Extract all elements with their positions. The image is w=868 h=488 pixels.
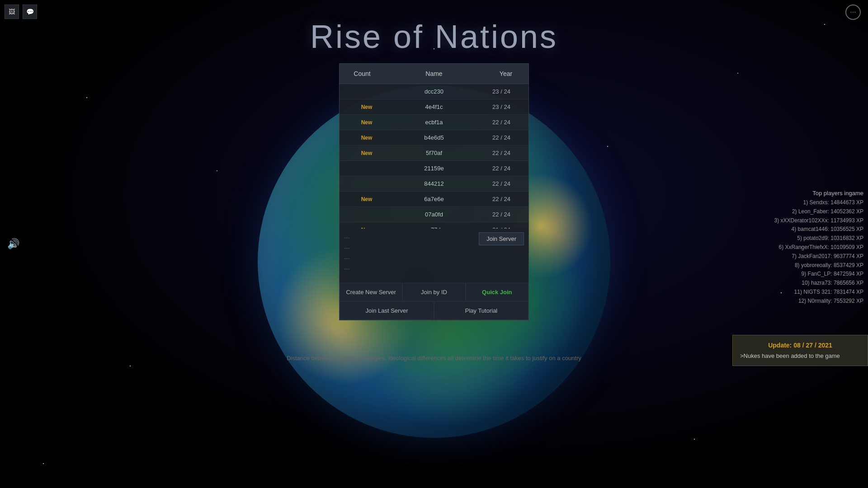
action-buttons-row2: Join Last Server Play Tutorial xyxy=(340,301,528,320)
row-badge: New xyxy=(344,104,389,110)
player-entry: 6) XxRangerThiefxX: 10109509 XP xyxy=(741,243,863,252)
row-badge: . xyxy=(344,165,389,172)
top-players-list: 1) Sendxs: 14844673 XP2) Leon_Faber: 140… xyxy=(741,198,863,306)
row-badge: New xyxy=(344,150,389,156)
table-header: Count Name Year xyxy=(340,64,528,84)
row-id: 6a7e6e xyxy=(389,196,479,202)
table-row[interactable]: New 4e4f1c 23 / 24 xyxy=(340,99,528,115)
game-title: Rise of Nations xyxy=(310,18,558,55)
row-count: 23 / 24 xyxy=(479,103,524,110)
header-year: Year xyxy=(483,64,528,84)
update-title: Update: 08 / 27 / 2021 xyxy=(740,342,860,349)
row-badge: New xyxy=(344,135,389,141)
row-count: 22 / 24 xyxy=(479,134,524,141)
table-row[interactable]: New ca77dc 21 / 24 xyxy=(340,222,528,229)
row-id: 4e4f1c xyxy=(389,103,479,110)
player-entry: 12) N0rmality: 7553292 XP xyxy=(741,297,863,306)
server-browser-panel: Count Name Year . dcc230 23 / 24 New 4e4… xyxy=(339,63,529,320)
row-id: dcc230 xyxy=(389,88,479,95)
player-entry: 5) potato2d9: 10316832 XP xyxy=(741,234,863,243)
player-entry: 10) hazra73: 7865656 XP xyxy=(741,279,863,288)
row-badge: New xyxy=(344,119,389,126)
player-entry: 1) Sendxs: 14844673 XP xyxy=(741,198,863,207)
server-list[interactable]: . dcc230 23 / 24 New 4e4f1c 23 / 24 New … xyxy=(340,84,528,229)
play-tutorial-button[interactable]: Play Tutorial xyxy=(434,301,528,320)
dash-3: --- xyxy=(344,253,524,263)
create-new-server-button[interactable]: Create New Server xyxy=(340,283,402,301)
home-icon[interactable]: 🖼 xyxy=(5,5,19,19)
row-count: 22 / 24 xyxy=(479,165,524,172)
chat-icon[interactable]: 💬 xyxy=(23,5,37,19)
row-id: ecbf1a xyxy=(389,119,479,126)
row-count: 22 / 24 xyxy=(479,150,524,156)
player-entry: 9) FanC_LP: 8472594 XP xyxy=(741,270,863,279)
table-row[interactable]: . 844212 22 / 24 xyxy=(340,176,528,192)
dash-4: --- xyxy=(344,263,524,274)
volume-icon[interactable]: 🔊 xyxy=(7,238,19,250)
player-entry: 4) bamcat1446: 10356525 XP xyxy=(741,225,863,234)
quick-join-button[interactable]: Quick Join xyxy=(466,283,528,301)
row-count: 22 / 24 xyxy=(479,196,524,202)
update-content: >Nukes have been added to the game xyxy=(740,352,860,359)
row-badge: . xyxy=(344,89,389,95)
player-entry: 2) Leon_Faber: 14052362 XP xyxy=(741,207,863,216)
row-count: 22 / 24 xyxy=(479,211,524,218)
top-players-title: Top players ingame xyxy=(741,190,863,197)
row-badge: . xyxy=(344,181,389,187)
table-row[interactable]: New b4e6d5 22 / 24 xyxy=(340,130,528,145)
table-row[interactable]: . 21159e 22 / 24 xyxy=(340,161,528,176)
top-players-panel: Top players ingame 1) Sendxs: 14844673 X… xyxy=(737,190,868,306)
row-badge: New xyxy=(344,196,389,202)
top-left-toolbar: 🖼 💬 xyxy=(5,5,37,19)
bottom-area: --- --- --- --- Join Server xyxy=(340,229,528,283)
row-count: 22 / 24 xyxy=(479,180,524,187)
bottom-tagline: Distance between capitals, ideologies, i… xyxy=(287,355,581,361)
row-count: 23 / 24 xyxy=(479,88,524,95)
player-entry: 7) JackFan2017: 9637774 XP xyxy=(741,252,863,261)
join-last-server-button[interactable]: Join Last Server xyxy=(340,301,434,320)
join-server-button[interactable]: Join Server xyxy=(479,232,524,245)
more-options-icon[interactable]: ··· xyxy=(845,5,861,20)
row-id: 5f70af xyxy=(389,150,479,156)
table-row[interactable]: New 5f70af 22 / 24 xyxy=(340,145,528,161)
row-id: 21159e xyxy=(389,165,479,172)
header-count: Count xyxy=(340,64,385,84)
row-count: 22 / 24 xyxy=(479,119,524,126)
row-id: 844212 xyxy=(389,180,479,187)
row-id: 07a0fd xyxy=(389,211,479,218)
header-name: Name xyxy=(385,64,483,84)
table-row[interactable]: . dcc230 23 / 24 xyxy=(340,84,528,99)
player-entry: 3) xXXDerator102XXx: 11734993 XP xyxy=(741,216,863,225)
row-badge: . xyxy=(344,211,389,218)
player-entry: 11) NIGTS 321: 7831474 XP xyxy=(741,288,863,297)
update-panel: Update: 08 / 27 / 2021 >Nukes have been … xyxy=(732,335,868,366)
table-row[interactable]: . 07a0fd 22 / 24 xyxy=(340,207,528,222)
table-row[interactable]: New ecbf1a 22 / 24 xyxy=(340,115,528,130)
table-row[interactable]: New 6a7e6e 22 / 24 xyxy=(340,192,528,207)
player-entry: 8) yobroreoally: 8537429 XP xyxy=(741,261,863,270)
action-buttons-row1: Create New Server Join by ID Quick Join xyxy=(340,283,528,301)
join-by-id-button[interactable]: Join by ID xyxy=(402,283,465,301)
row-id: b4e6d5 xyxy=(389,134,479,141)
